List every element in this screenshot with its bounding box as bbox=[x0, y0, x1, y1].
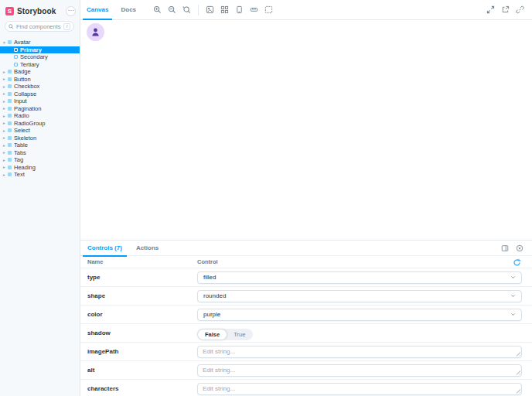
text-placeholder: Edit string... bbox=[203, 367, 235, 374]
open-new-tab-icon[interactable] bbox=[500, 5, 511, 15]
close-panel-icon[interactable] bbox=[514, 243, 525, 254]
text-input-characters[interactable]: Edit string... bbox=[197, 383, 522, 395]
sidebar-item-label: Tabs bbox=[14, 149, 26, 156]
text-input-imagepath[interactable]: Edit string... bbox=[197, 346, 522, 358]
addon-panel: Controls (7) Actions Name Control typefi… bbox=[80, 240, 532, 396]
sidebar-item-label: Tag bbox=[14, 156, 23, 163]
sidebar-item-input[interactable]: ▸Input bbox=[0, 97, 80, 105]
zoom-reset-icon[interactable] bbox=[182, 5, 193, 15]
resize-handle-icon[interactable] bbox=[516, 389, 520, 394]
tab-canvas[interactable]: Canvas bbox=[80, 0, 114, 20]
control-row-shape: shaperounded bbox=[80, 287, 532, 306]
background-icon[interactable] bbox=[205, 5, 216, 15]
resize-handle-icon[interactable] bbox=[516, 352, 520, 357]
select-value: purple bbox=[203, 311, 220, 318]
outline-icon[interactable] bbox=[264, 5, 275, 15]
story-icon bbox=[14, 55, 18, 59]
arg-control-cell: Edit string... bbox=[197, 364, 532, 377]
sidebar-item-label: Checkbox bbox=[14, 83, 39, 90]
component-icon bbox=[8, 158, 12, 162]
viewport-icon[interactable] bbox=[234, 5, 245, 15]
sidebar-item-select[interactable]: ▸Select bbox=[0, 127, 80, 135]
sidebar-item-pagination[interactable]: ▸Pagination bbox=[0, 105, 80, 113]
toggle-option-true[interactable]: True bbox=[227, 329, 252, 340]
control-column-header: Control bbox=[197, 258, 532, 265]
sidebar-item-label: Radio bbox=[14, 112, 29, 119]
sidebar-item-tabs[interactable]: ▸Tabs bbox=[0, 149, 80, 157]
menu-icon[interactable]: ⋯ bbox=[66, 6, 76, 16]
sidebar-item-tag[interactable]: ▸Tag bbox=[0, 156, 80, 164]
select-value: filled bbox=[203, 274, 216, 281]
sidebar-item-text[interactable]: ▸Text bbox=[0, 171, 80, 179]
search-placeholder: Find components bbox=[16, 23, 61, 30]
search-icon bbox=[9, 24, 14, 29]
control-row-type: typefilled bbox=[80, 268, 532, 287]
grid-icon[interactable] bbox=[220, 5, 230, 15]
sidebar-item-label: Input bbox=[14, 97, 27, 104]
sidebar-item-skeleton[interactable]: ▸Skeleton bbox=[0, 135, 80, 142]
sidebar-item-checkbox[interactable]: ▸Checkbox bbox=[0, 83, 80, 90]
tab-docs[interactable]: Docs bbox=[114, 0, 142, 20]
sidebar-story-tertiary[interactable]: Tertiary bbox=[0, 61, 80, 69]
sidebar-item-radio[interactable]: ▸Radio bbox=[0, 112, 80, 120]
select-type[interactable]: filled bbox=[197, 271, 522, 284]
sidebar-item-heading[interactable]: ▸Heading bbox=[0, 164, 80, 172]
toggle-shadow[interactable]: FalseTrue bbox=[197, 329, 253, 340]
chevron-down-icon bbox=[510, 293, 516, 299]
component-icon bbox=[8, 136, 12, 140]
arg-name: shape bbox=[87, 292, 197, 299]
component-icon bbox=[8, 77, 12, 81]
arg-control-cell: purple bbox=[197, 309, 532, 321]
sidebar-item-label: Badge bbox=[14, 68, 31, 75]
control-row-color: colorpurple bbox=[80, 306, 532, 324]
sidebar-story-secondary[interactable]: Secondary bbox=[0, 53, 80, 61]
sidebar-item-label: Button bbox=[14, 76, 31, 83]
arg-control-cell: FalseTrue bbox=[197, 326, 532, 340]
sidebar-item-collapse[interactable]: ▸Collapse bbox=[0, 90, 80, 98]
arg-name: imagePath bbox=[87, 348, 197, 355]
component-icon bbox=[8, 99, 12, 103]
component-icon bbox=[8, 143, 12, 147]
shortcut-key: / bbox=[63, 23, 70, 30]
name-column-header: Name bbox=[87, 258, 197, 265]
sidebar-item-avatar[interactable]: ▾Avatar bbox=[0, 39, 80, 46]
arg-name: shadow bbox=[87, 329, 197, 336]
sidebar-tree: ▾AvatarPrimarySecondaryTertiary▸Badge▸Bu… bbox=[0, 39, 80, 179]
component-icon bbox=[8, 70, 12, 73]
sidebar-item-table[interactable]: ▸Table bbox=[0, 142, 80, 149]
select-value: rounded bbox=[203, 292, 226, 299]
zoom-in-icon[interactable] bbox=[152, 5, 163, 15]
component-icon bbox=[8, 84, 12, 88]
measure-icon[interactable] bbox=[249, 5, 260, 15]
fullscreen-icon[interactable] bbox=[486, 5, 496, 15]
tab-controls[interactable]: Controls (7) bbox=[80, 241, 129, 256]
storybook-logo-icon: S bbox=[5, 7, 14, 15]
select-color[interactable]: purple bbox=[197, 309, 522, 321]
reset-controls-icon[interactable] bbox=[513, 258, 521, 267]
text-input-alt[interactable]: Edit string... bbox=[197, 364, 522, 377]
zoom-out-icon[interactable] bbox=[167, 5, 178, 15]
toggle-option-false[interactable]: False bbox=[198, 329, 227, 340]
sidebar-item-label: Select bbox=[14, 127, 30, 134]
component-icon bbox=[8, 92, 12, 96]
component-icon bbox=[8, 128, 12, 132]
control-row-shadow: shadowFalseTrue bbox=[80, 324, 532, 343]
link-icon[interactable] bbox=[515, 5, 526, 15]
args-table-rows: typefilledshaperoundedcolorpurpleshadowF… bbox=[80, 268, 532, 396]
sidebar-item-badge[interactable]: ▸Badge bbox=[0, 68, 80, 76]
arg-control-cell: Edit string... bbox=[197, 346, 532, 358]
story-label: Secondary bbox=[20, 53, 48, 60]
canvas-preview bbox=[80, 21, 532, 240]
select-shape[interactable]: rounded bbox=[197, 290, 522, 302]
component-icon bbox=[8, 114, 12, 118]
search-input[interactable]: Find components / bbox=[5, 21, 74, 32]
sidebar-item-button[interactable]: ▸Button bbox=[0, 76, 80, 84]
story-icon bbox=[14, 63, 18, 67]
panel-position-icon[interactable] bbox=[500, 243, 510, 254]
tab-actions[interactable]: Actions bbox=[129, 241, 165, 256]
sidebar-item-radiogroup[interactable]: ▸RadioGroup bbox=[0, 120, 80, 128]
control-row-imagepath: imagePathEdit string... bbox=[80, 343, 532, 361]
sidebar-item-label: Avatar bbox=[14, 39, 31, 46]
resize-handle-icon[interactable] bbox=[516, 370, 520, 375]
sidebar-story-primary[interactable]: Primary bbox=[0, 46, 80, 54]
